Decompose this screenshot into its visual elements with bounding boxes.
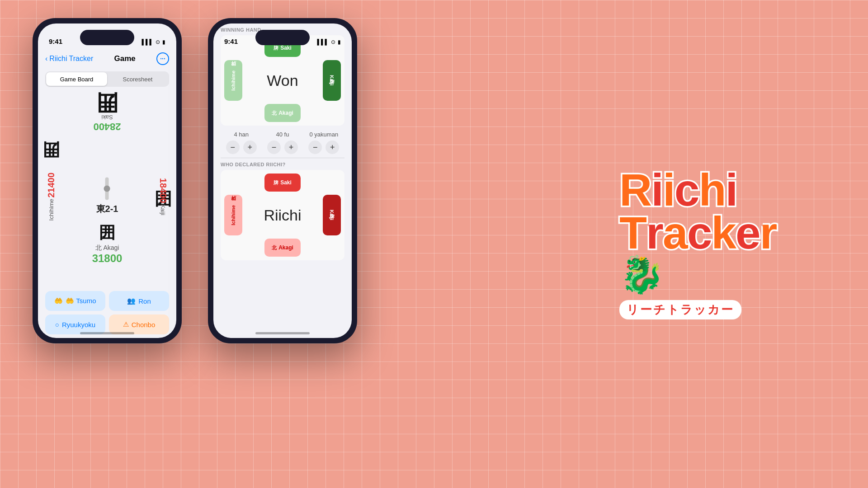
chonbo-button[interactable]: ⚠ Chonbo [109,314,169,334]
akagi-winning-name: Akagi [278,110,293,116]
time-2: 9:41 [224,38,238,45]
yakuman-minus[interactable]: − [308,141,322,154]
saki-riichi-tile[interactable]: 牌 Saki [264,174,301,192]
dynamic-island-2 [255,30,310,45]
dragon-icon: 🐉 [619,254,664,295]
saki-score: 28400 [93,121,121,132]
logo-c1: c [675,169,699,211]
player-ichihime: 囲 21400 Ichihime [40,172,63,221]
yakuman-column: 0 yakuman − + [308,131,339,154]
game-board-label: Game Board [60,76,94,83]
yakuman-label: 0 yakuman [310,131,339,138]
saki-riichi-kanji: 牌 [274,179,278,186]
segmented-control-1[interactable]: Game Board Scoresheet [45,71,169,87]
signal-icon-2: ▌▌▌ [317,39,329,45]
yakuman-plus[interactable]: + [326,141,339,154]
kaiji-riichi-name: Kaiji [329,210,335,220]
scoresheet-label: Scoresheet [123,76,153,83]
chevron-left-icon: ‹ [45,55,47,63]
tab-game-board[interactable]: Game Board [46,72,107,86]
phone-1: 9:41 ▌▌▌ ⊙ ▮ ‹ Riichi Tracker Game ··· G… [33,18,182,343]
akagi-tile: 囲 [92,222,123,244]
logo-e1: e [736,211,760,254]
fu-minus[interactable]: − [267,141,281,154]
riichi-section-label: WHO DECLARED RIICHI? [213,158,352,170]
ichihime-winning-name: Ichihime [231,70,236,91]
akagi-winning-wind: 北 [272,110,277,117]
ron-button[interactable]: 👥 Ron [109,291,169,311]
signal-icon: ▌▌▌ [142,39,153,45]
phone-2: 9:41 ▌▌▌ ⊙ ▮ Cancel Tsumo Add WINNING HA… [208,18,357,343]
more-button-1[interactable]: ··· [156,52,169,65]
akagi-wind: 北 [95,244,104,251]
logo-r3: r [760,211,777,254]
tsumo-button[interactable]: 🤲 🤲 Tsumo [45,291,105,311]
home-indicator-2 [255,332,310,334]
ichihime-riichi-tile[interactable]: 牌 Ichihime [224,195,242,235]
kaiji-score: 18400 [158,178,168,203]
akagi-winning-tile[interactable]: 北 Akagi [264,104,301,122]
chonbo-icon: ⚠ [123,320,129,328]
han-column: 4 han − + [226,131,257,154]
logo-line1: Riichi [619,169,823,211]
game-board-area: 囲 28400 Saki 囲 21400 Ichihime 囲 18400 [38,90,176,302]
yakuman-stepper: − + [308,141,339,154]
back-button-1[interactable]: ‹ Riichi Tracker [45,55,93,63]
time-1: 9:41 [49,38,62,45]
han-plus[interactable]: + [243,141,257,154]
winning-hand-grid: 牌 Saki 牌 Ichihime 牌 Kaiji 北 Akagi Won [221,35,344,126]
logo-i3: i [726,169,737,211]
player-saki: 囲 28400 Saki [93,92,121,132]
wind-center: 東2-1 [96,178,118,215]
wind-handle [104,186,110,192]
nav-title-1: Game [114,54,135,63]
score-row: 4 han − + 40 fu − + 0 yakuman − + [213,127,352,158]
han-label: 4 han [234,131,249,138]
ryuukyoku-label: Ryuukyoku [62,321,95,328]
kaiji-name: Kaiji [160,204,166,216]
nav-bar-1: ‹ Riichi Tracker Game ··· [38,49,176,69]
status-icons-1: ▌▌▌ ⊙ ▮ [142,39,165,45]
fu-stepper: − + [267,141,298,154]
ryuukyoku-button[interactable]: ○ Ryuukyoku [45,314,105,334]
ichihime-winning-tile[interactable]: 牌 Ichihime [224,60,242,101]
logo-r1: R [619,169,651,211]
action-buttons-area: 🤲 🤲 Tsumo 👥 Ron ○ Ryuukyoku ⚠ Chonbo [38,287,176,338]
fu-plus[interactable]: + [284,141,298,154]
kaiji-riichi-tile[interactable]: 牌 Kaiji [323,195,341,235]
saki-riichi-name: Saki [280,179,292,186]
logo-i2: i [663,169,675,211]
logo-i1: i [651,169,663,211]
logo-subtitle: リーチトラッカー [619,300,741,319]
riichi-grid: 牌 Saki 牌 Ichihime 牌 Kaiji 北 Akagi Riichi [221,170,344,260]
logo-r2: r [646,211,663,254]
fu-label: 40 fu [276,131,289,138]
logo-k1: k [711,211,736,254]
status-icons-2: ▌▌▌ ⊙ ▮ [317,39,341,45]
wifi-icon: ⊙ [156,39,160,45]
back-label-1: Riichi Tracker [49,55,93,63]
akagi-riichi-wind: 北 [272,244,277,251]
won-label: Won [267,72,298,89]
akagi-riichi-tile[interactable]: 北 Akagi [264,239,301,257]
saki-name: Saki [93,114,121,121]
logo-a1: a [663,211,687,254]
chonbo-label: Chonbo [132,321,156,328]
kaiji-winning-tile[interactable]: 牌 Kaiji [323,60,341,101]
tab-scoresheet[interactable]: Scoresheet [107,72,168,86]
phone-2-screen: 9:41 ▌▌▌ ⊙ ▮ Cancel Tsumo Add WINNING HA… [213,23,352,338]
logo-area: Riichi Tracker 🐉 リーチトラッカー [619,169,823,319]
ron-label: Ron [138,297,151,305]
wind-slider[interactable] [105,178,109,200]
han-minus[interactable]: − [226,141,240,154]
akagi-wind-name: 北 Akagi [92,244,123,252]
saki-tile: 囲 [96,92,118,114]
akagi-name: Akagi [103,244,119,251]
kaiji-winning-name: Kaiji [329,75,335,85]
logo-t1: T [619,211,646,254]
fu-column: 40 fu − + [267,131,298,154]
round-label: 東2-1 [96,203,118,215]
logo-c2: c [687,211,712,254]
ichihime-riichi-name: Ichihime [231,205,236,225]
wifi-icon-2: ⊙ [331,39,335,45]
